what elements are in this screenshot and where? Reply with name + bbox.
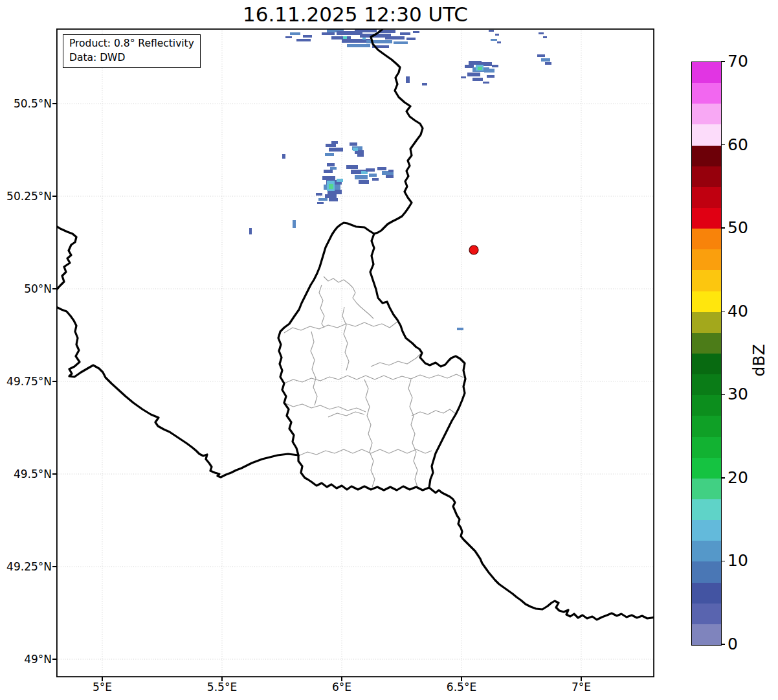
- radar-echo: [293, 220, 296, 228]
- radar-echo: [487, 75, 495, 78]
- radar-echo: [467, 73, 480, 76]
- canton-borders-layer: [284, 277, 463, 487]
- colorbar-segment: [692, 416, 721, 436]
- y-axis-tick: [52, 473, 56, 475]
- radar-echo: [290, 32, 300, 35]
- radar-echo: [461, 76, 466, 78]
- radar-echo: [325, 194, 337, 198]
- radar-echo: [413, 31, 419, 33]
- y-axis-tick: [52, 103, 56, 104]
- colorbar-tick-label: 50: [728, 218, 748, 238]
- colorbar-segment: [692, 124, 721, 145]
- canton-border: [284, 374, 463, 383]
- canton-border: [342, 307, 349, 370]
- canton-border: [364, 379, 375, 487]
- radar-echo: [343, 36, 347, 39]
- colorbar-segment: [692, 624, 721, 645]
- y-axis-tick-label: 49.5°N: [0, 467, 52, 481]
- canton-border: [284, 403, 366, 412]
- radar-echo: [331, 141, 338, 144]
- colorbar-segment: [692, 312, 721, 333]
- y-axis-tick: [52, 659, 56, 660]
- colorbar-segment: [692, 561, 721, 582]
- canton-border: [412, 409, 456, 416]
- radar-echo: [400, 32, 410, 35]
- radar-echo: [330, 167, 337, 170]
- colorbar-tick: [721, 561, 725, 562]
- y-axis-tick: [52, 288, 56, 289]
- radar-echo: [355, 175, 368, 179]
- y-axis-tick: [52, 381, 56, 382]
- radar-echo: [347, 44, 370, 47]
- y-axis-tick-label: 50.5°N: [0, 96, 52, 111]
- radar-echo: [316, 193, 322, 196]
- radar-echo: [388, 170, 394, 172]
- radar-echo: [497, 41, 501, 43]
- y-axis-tick: [52, 196, 56, 197]
- product-info-box: Product: 0.8° Reflectivity Data: DWD: [63, 34, 201, 68]
- y-axis-tick-label: 49.75°N: [0, 374, 52, 389]
- colorbar-segment: [692, 374, 721, 395]
- y-axis-tick-label: 49.25°N: [0, 559, 52, 574]
- gridlines-layer: [56, 28, 654, 677]
- radar-echo: [406, 76, 410, 83]
- radar-echo: [324, 170, 333, 173]
- colorbar-tick-label: 0: [728, 635, 738, 654]
- radar-figure: 16.11.2025 12:30 UTC Product: 0.8° Refle…: [0, 0, 778, 700]
- colorbar-segment: [692, 104, 721, 124]
- radar-echo: [329, 184, 333, 189]
- colorbar-tick: [721, 394, 725, 396]
- map-frame: [57, 29, 654, 677]
- radar-echo: [372, 178, 379, 181]
- belgium-germany-border: [371, 28, 423, 234]
- radar-echo: [377, 167, 386, 170]
- y-axis-tick: [52, 566, 56, 567]
- colorbar-segment: [692, 354, 721, 374]
- radar-echo: [472, 78, 483, 81]
- radar-echo: [385, 36, 405, 40]
- radar-echo: [317, 202, 324, 204]
- colorbar-segment: [692, 291, 721, 312]
- france-germany-border: [429, 488, 654, 620]
- colorbar-tick: [721, 227, 725, 229]
- map-plot-area: [56, 28, 654, 677]
- colorbar-segment: [692, 458, 721, 479]
- marker-layer: [469, 245, 478, 254]
- radar-echo: [369, 174, 377, 177]
- belgium-france-border-north: [56, 225, 76, 291]
- x-axis-tick-label: 7°E: [552, 680, 610, 694]
- radar-echo: [489, 30, 494, 32]
- radar-echo: [350, 142, 357, 146]
- colorbar-segment: [692, 604, 721, 624]
- data-source-line: Data: DWD: [69, 51, 194, 65]
- colorbar-tick: [721, 144, 725, 146]
- colorbar-segment: [692, 437, 721, 458]
- colorbar-tick-label: 60: [728, 135, 748, 155]
- radar-echo: [422, 83, 427, 85]
- colorbar: [691, 62, 722, 646]
- colorbar-segment: [692, 270, 721, 291]
- colorbar-tick: [721, 477, 725, 479]
- radar-echo: [366, 168, 375, 172]
- radar-echo: [366, 40, 392, 43]
- colorbar-tick-label: 20: [728, 468, 748, 488]
- radar-echo: [469, 61, 482, 65]
- colorbar-tick-label: 30: [728, 385, 748, 404]
- figure-title: 16.11.2025 12:30 UTC: [56, 3, 654, 26]
- radar-echo: [495, 34, 499, 36]
- radar-echo: [329, 198, 338, 201]
- radar-echo: [326, 144, 336, 147]
- canton-border: [408, 379, 417, 487]
- radar-echo: [541, 58, 550, 62]
- radar-echo: [303, 35, 312, 38]
- colorbar-tick-label: 70: [728, 52, 748, 71]
- radar-echo: [346, 165, 358, 169]
- colorbar-segment: [692, 187, 721, 208]
- radar-echo: [539, 32, 544, 34]
- colorbar-segment: [692, 62, 721, 83]
- colorbar-segment: [692, 583, 721, 604]
- colorbar-tick: [721, 311, 725, 312]
- canton-border: [324, 277, 373, 319]
- radar-echo: [322, 32, 335, 35]
- colorbar-segment: [692, 541, 721, 561]
